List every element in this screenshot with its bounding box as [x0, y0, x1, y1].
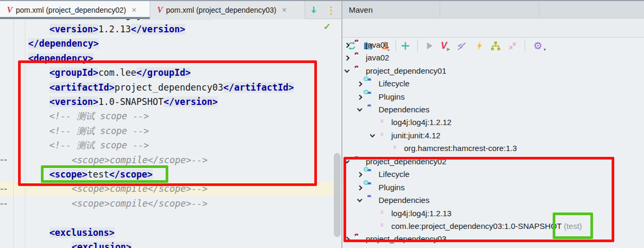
chevron-right-icon[interactable]: [357, 82, 363, 87]
tree-item[interactable]: Vproject_dependency01: [342, 65, 644, 78]
inspection-ok-icon: ✓: [323, 21, 331, 32]
chevron-right-icon[interactable]: [357, 172, 363, 178]
maven-v-badge: V: [356, 66, 359, 71]
code-line[interactable]: <!-- 测试 scope -->: [49, 124, 149, 138]
tree-item-label: Lifecycle: [379, 79, 409, 88]
tree-item-label: com.lee:project_dependency03:1.0-SNAPSHO…: [391, 222, 582, 231]
tree-item[interactable]: Vproject_dependency02: [342, 156, 644, 169]
xml-tag-token: </artifactId>: [224, 82, 294, 93]
tree-item[interactable]: log4j:log4j:1.2.12: [342, 117, 644, 129]
tree-item[interactable]: org.hamcrest:hamcrest-core:1.3: [342, 143, 644, 155]
tab-label: pom.xml (project_dependency02): [16, 6, 126, 14]
chevron-right-icon[interactable]: [357, 94, 363, 100]
tree-item[interactable]: log4j:log4j:1.2.13: [342, 208, 644, 220]
editor-tab-2[interactable]: Vpom.xml (project_dependency03)✕: [150, 1, 305, 19]
code-line[interactable]: <!-- 测试 scope -->: [49, 109, 149, 123]
xml-comment-token: <scope>compile</scope>-->: [72, 198, 208, 209]
pane-splitter[interactable]: [341, 1, 342, 248]
tree-item[interactable]: ⚙Plugins: [342, 91, 644, 104]
tree-item[interactable]: Dependencies: [342, 194, 644, 207]
tree-item[interactable]: ⚙Lifecycle: [342, 78, 644, 91]
tree-item[interactable]: Dependencies: [342, 104, 644, 117]
xml-tag-token: <groupId>: [49, 67, 98, 78]
tree-item-label: java01: [366, 40, 389, 49]
code-line[interactable]: </dependency>: [28, 37, 99, 51]
tree-item[interactable]: com.lee:project_dependency03:1.0-SNAPSHO…: [342, 220, 644, 233]
chevron-right-icon[interactable]: [345, 56, 350, 61]
close-icon[interactable]: ✕: [131, 6, 136, 14]
gear-icon: ⚙: [363, 166, 369, 173]
code-line[interactable]: <scope>compile</scope>-->: [72, 197, 208, 211]
maven-file-icon: V: [7, 5, 13, 15]
code-line[interactable]: <artifactId>project_dependency03</artifa…: [49, 81, 294, 95]
xml-comment-token: <!-- 测试 scope -->: [49, 140, 149, 150]
code-line[interactable]: <groupId>com.lee</groupId>: [49, 66, 191, 80]
editor-scrollbar[interactable]: [334, 153, 340, 237]
xml-text-token: 1.2.13: [98, 24, 131, 34]
fold-marker[interactable]: [1, 189, 3, 190]
tree-item[interactable]: Vproject_dependency03: [342, 233, 644, 246]
xml-tag-token: <version>: [49, 24, 98, 34]
tree-item-label: project_dependency03: [366, 234, 446, 243]
tree-item[interactable]: junit:junit:4.12: [342, 130, 644, 143]
xml-tag-token: <version>: [49, 96, 98, 107]
more-options-icon[interactable]: ⋮: [325, 3, 338, 17]
fold-marker[interactable]: [4, 189, 7, 190]
active-tab-underline: [0, 17, 150, 19]
ide-window: <artifactId>log4j</artifactId><version>1…: [0, 0, 644, 248]
header-divider: [539, 2, 539, 17]
tree-item-label: Dependencies: [379, 105, 430, 114]
maven-v-badge: V: [356, 157, 359, 162]
tree-item[interactable]: ⚙Plugins: [342, 182, 644, 194]
maven-tree: Vjava01Vjava02Vproject_dependency01⚙Life…: [342, 38, 644, 248]
fold-marker[interactable]: [1, 160, 3, 161]
gear-icon: ⚙: [363, 88, 369, 95]
close-icon[interactable]: ✕: [281, 6, 287, 14]
xml-tag-token: </groupId>: [136, 67, 191, 78]
maven-v-badge: V: [356, 234, 359, 239]
tree-item-label: junit:junit:4.12: [391, 131, 441, 140]
xml-tag-token: <exclusion>: [72, 242, 132, 248]
chevron-down-icon[interactable]: [370, 132, 375, 137]
code-line[interactable]: <version>1.2.13</version>: [49, 22, 185, 37]
code-line[interactable]: <scope>test</scope>: [49, 167, 153, 182]
editor-pane[interactable]: <artifactId>log4j</artifactId><version>1…: [0, 1, 341, 248]
code-line[interactable]: <exclusions>: [49, 226, 115, 240]
code-line[interactable]: <exclusion>: [72, 240, 132, 248]
fold-marker[interactable]: [4, 203, 7, 205]
tree-item-label: Lifecycle: [379, 170, 409, 179]
tree-item[interactable]: Vjava02: [342, 52, 644, 65]
chevron-down-icon[interactable]: [345, 67, 350, 73]
maven-header: Maven: [342, 1, 644, 19]
code-line[interactable]: <!-- 测试 scope -->: [49, 138, 149, 153]
code-line[interactable]: <scope>compile</scope>-->: [72, 182, 208, 196]
chevron-right-icon[interactable]: [357, 185, 363, 190]
navigate-down-icon[interactable]: [307, 3, 320, 17]
tree-item-label: java02: [366, 53, 389, 62]
tree-item-label: Plugins: [379, 92, 405, 101]
xml-tag-token: </version>: [164, 96, 218, 107]
maven-v-badge: V: [356, 53, 359, 58]
fold-marker[interactable]: [4, 160, 7, 161]
xml-comment-token: <!-- 测试 scope -->: [49, 126, 149, 136]
maven-v-badge: V: [356, 40, 359, 45]
editor-tab-1[interactable]: Vpom.xml (project_dependency02)✕: [0, 1, 150, 19]
xml-text-token: 1.0-SNAPSHOT: [98, 96, 164, 107]
xml-tag-token: </dependency>: [28, 38, 99, 49]
maven-toolbar: V⚙▾: [342, 19, 644, 38]
chevron-down-icon[interactable]: [345, 158, 350, 163]
code-line[interactable]: <version>1.0-SNAPSHOT</version>: [49, 95, 218, 109]
tree-item-label: log4j:log4j:1.2.12: [391, 118, 451, 127]
code-line[interactable]: <scope>compile</scope>-->: [72, 153, 208, 167]
chevron-down-icon[interactable]: [357, 106, 363, 111]
chevron-down-icon[interactable]: [357, 197, 363, 202]
tree-item[interactable]: Vjava01: [342, 39, 644, 52]
code-line[interactable]: <dependency>: [28, 51, 93, 66]
chevron-right-icon[interactable]: [345, 237, 350, 242]
code-area[interactable]: <artifactId>log4j</artifactId><version>1…: [0, 1, 341, 248]
xml-tag-token: <exclusions>: [49, 227, 115, 238]
chevron-right-icon[interactable]: [345, 42, 350, 48]
xml-comment-token: <scope>compile</scope>-->: [72, 155, 208, 165]
tree-item[interactable]: ⚙Lifecycle: [342, 169, 644, 181]
fold-marker[interactable]: [1, 203, 3, 205]
